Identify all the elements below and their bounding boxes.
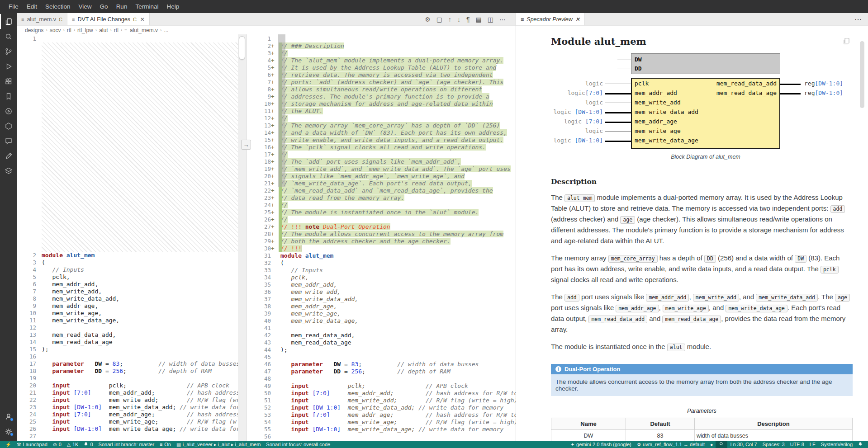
code-line[interactable]: 30+// !!!: [247, 245, 516, 252]
code-line[interactable]: 43 mem_read_data_age: [247, 339, 516, 346]
breadcrumb-item[interactable]: ...: [164, 27, 168, 33]
code-line[interactable]: 21+// `mem_write_data_age`. Each port's …: [247, 180, 516, 187]
close-icon[interactable]: ✕: [575, 16, 580, 23]
code-line[interactable]: 27: [17, 433, 246, 440]
code-line[interactable]: 16+// The `pclk` signal clocks all read …: [247, 144, 516, 151]
code-line[interactable]: 24+//: [247, 202, 516, 209]
code-line[interactable]: 32 (: [247, 259, 516, 267]
code-line[interactable]: 4+// The `alut_mem` module implements a …: [247, 57, 516, 64]
copy-icon[interactable]: [843, 38, 850, 47]
code-line[interactable]: 41: [247, 325, 516, 332]
code-line[interactable]: 40 mem_write_data_age,: [247, 317, 516, 325]
menu-file[interactable]: File: [5, 3, 23, 10]
code-line[interactable]: 28+// The module allows concurrent acces…: [247, 231, 516, 238]
breadcrumb-item[interactable]: rtl: [114, 27, 119, 33]
menu-go[interactable]: Go: [96, 3, 112, 10]
open-file-icon[interactable]: ▢: [436, 16, 442, 23]
breadcrumb-item[interactable]: alut_mem.v: [130, 27, 158, 33]
code-line[interactable]: 42 mem_read_data_add,: [247, 332, 516, 339]
next-change-icon[interactable]: ↓: [457, 16, 460, 23]
right-scrollbar-thumb[interactable]: [278, 34, 285, 187]
whitespace-icon[interactable]: ¶: [466, 16, 470, 23]
code-line[interactable]: 11+// the ALUT.: [247, 108, 516, 115]
code-line[interactable]: 34 pclk,: [247, 274, 516, 281]
code-line[interactable]: 10+// storage mechanism for address and …: [247, 100, 516, 108]
code-line[interactable]: 19+// `mem_write_add`, and `mem_write_da…: [247, 165, 516, 173]
code-line[interactable]: 17 parameter DW = 83; // width of data b…: [17, 360, 246, 368]
code-line[interactable]: 55 input [DW-1:0] mem_write_data_age; //…: [247, 426, 516, 433]
code-line[interactable]: 15);: [17, 346, 246, 353]
breadcrumb-item[interactable]: socv: [50, 27, 61, 33]
comments-icon[interactable]: [0, 133, 17, 148]
code-line[interactable]: 23+// data read from the memory array.: [247, 194, 516, 202]
status-spaces-3[interactable]: Spaces: 3: [760, 441, 787, 448]
code-line[interactable]: 56: [247, 433, 516, 440]
code-line[interactable]: 47 parameter DD = 256; // depth of RAM: [247, 368, 516, 375]
code-line[interactable]: 26+//: [247, 216, 516, 223]
code-line[interactable]: 39 mem_write_age,: [247, 310, 516, 317]
code-line[interactable]: 53 input [7:0] mem_addr_age; // hash add…: [247, 411, 516, 419]
status-systemverilog[interactable]: SystemVerilog: [818, 441, 855, 448]
breadcrumb-item[interactable]: rtl_lpw: [77, 27, 93, 33]
left-scrollbar-track[interactable]: [238, 34, 246, 441]
menu-help[interactable]: Help: [162, 3, 183, 10]
code-line[interactable]: 7 mem_write_add,: [17, 288, 246, 295]
code-line[interactable]: 9 mem_addr_age,: [17, 302, 246, 310]
bell-icon[interactable]: [855, 441, 865, 448]
bookmarks-icon[interactable]: [0, 89, 17, 104]
code-line[interactable]: 22+// `mem_read_data_add` and `mem_read_…: [247, 187, 516, 194]
code-line[interactable]: 22 input mem_write_add; // R/W flag (wri…: [17, 396, 246, 404]
code-line[interactable]: 14+// and a data width of `DW` (83). Eac…: [247, 129, 516, 137]
menu-run[interactable]: Run: [112, 3, 132, 10]
breadcrumb[interactable]: designs›socv›rtl›rtl_lpw›alut›rtl›≡alut_…: [17, 26, 516, 34]
code-line[interactable]: 5+// It is used by the Address Lookup Ta…: [247, 64, 516, 71]
run-debug-icon[interactable]: [0, 59, 17, 74]
tab-dvt-ai-file-changes[interactable]: ≡DVT AI File ChangesC✕: [67, 13, 150, 25]
extensions-icon[interactable]: [0, 74, 17, 89]
code-line[interactable]: 6+// retrieve data. The memory is access…: [247, 71, 516, 79]
code-line[interactable]: 18+// The `add` port uses signals like `…: [247, 158, 516, 165]
code-line[interactable]: 46 parameter DW = 83; // width of data b…: [247, 361, 516, 368]
status-on[interactable]: ≡On: [157, 441, 174, 448]
code-line[interactable]: 33 // Inputs: [247, 267, 516, 274]
edit-icon[interactable]: [0, 148, 17, 163]
menu-terminal[interactable]: Terminal: [131, 3, 162, 10]
code-line[interactable]: 29+// both the address checker and the a…: [247, 238, 516, 245]
code-line[interactable]: 4 // Inputs: [17, 266, 246, 274]
code-line[interactable]: 45: [247, 354, 516, 361]
status-0[interactable]: 0: [81, 441, 95, 448]
more-actions-icon[interactable]: ⋯: [499, 16, 506, 23]
menu-edit[interactable]: Edit: [23, 3, 41, 10]
diff-modified-pane[interactable]: 1 2+// ### Description3+//4+// The `alut…: [247, 34, 516, 441]
status-utf-8[interactable]: UTF-8: [787, 441, 807, 448]
explorer-icon[interactable]: [0, 14, 17, 29]
code-line[interactable]: 12+//: [247, 115, 516, 122]
settings-gear-icon[interactable]: ⚙: [425, 16, 431, 23]
tab-specador-preview[interactable]: ≡ Specador Preview ✕: [516, 13, 585, 25]
menu-view[interactable]: View: [75, 3, 96, 10]
code-line[interactable]: 17+//: [247, 151, 516, 158]
code-line[interactable]: 8 mem_write_data_add,: [17, 295, 246, 302]
code-line[interactable]: 2+// ### Description: [247, 42, 516, 50]
status-1k[interactable]: △1K: [64, 441, 81, 448]
code-line[interactable]: 18 parameter DD = 256; // depth of RAM: [17, 368, 246, 375]
code-line[interactable]: 36 mem_write_add,: [247, 288, 516, 296]
code-line[interactable]: 37 mem_write_data_add,: [247, 296, 516, 303]
code-line[interactable]: 25+// The module is instantiated once in…: [247, 209, 516, 216]
code-line[interactable]: 1: [17, 35, 246, 42]
code-line[interactable]: 49 input pclk; // APB clock: [247, 382, 516, 390]
code-line[interactable]: 6 mem_addr_add,: [17, 281, 246, 288]
status-i-alut-veneer-i-alut-i-alut-me[interactable]: ▤i_alut_veneer ▸ i_alut ▸ i_alut_mem: [174, 441, 263, 448]
breadcrumb-item[interactable]: designs: [25, 27, 43, 33]
code-line[interactable]: 20+// signals like `mem_addr_age`, `mem_…: [247, 173, 516, 180]
code-line[interactable]: 27+// !!! note Dual-Port Operation: [247, 223, 516, 231]
tab-alut-mem-v[interactable]: ≡alut_mem.vC: [17, 13, 67, 25]
split-editor-icon[interactable]: ◫: [488, 16, 493, 23]
status-sonarlint-focus-overall-code[interactable]: SonarLint focus: overall code: [263, 441, 333, 448]
search-icon[interactable]: [0, 29, 17, 44]
code-line[interactable]: 3+//: [247, 50, 516, 57]
code-line[interactable]: 48: [247, 375, 516, 382]
code-line[interactable]: 51 input mem_write_add; // R/W flag (wri…: [247, 397, 516, 404]
code-line[interactable]: 38 mem_addr_age,: [247, 303, 516, 310]
status-launchpad[interactable]: ⚒Launchpad: [14, 441, 50, 448]
